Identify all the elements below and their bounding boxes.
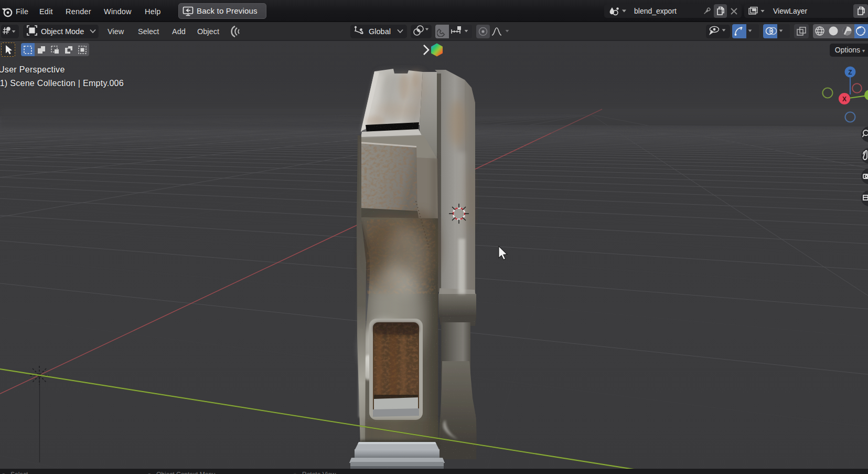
svg-text:Z: Z — [848, 69, 852, 76]
svg-text:X: X — [842, 96, 846, 103]
